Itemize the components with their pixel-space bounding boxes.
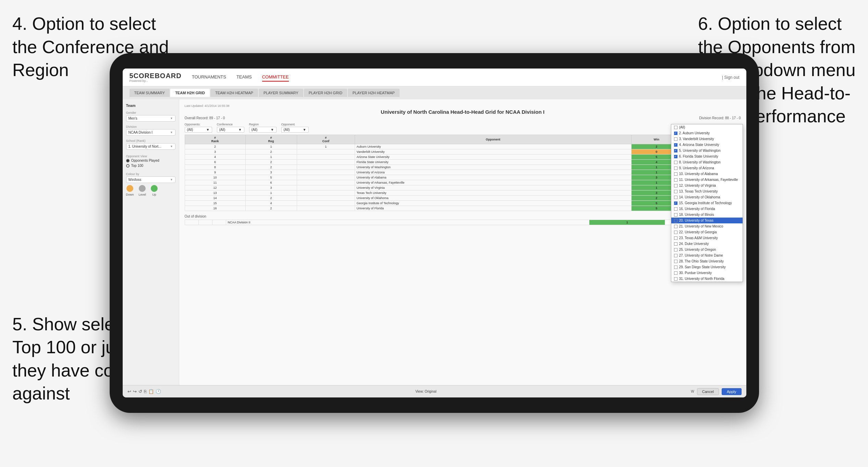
dropdown-item-label: 4. Arizona State University: [679, 143, 719, 147]
out-div-win: 1: [589, 220, 665, 225]
dropdown-item[interactable]: 28. The Ohio State University: [671, 258, 743, 264]
apply-button[interactable]: Apply: [722, 388, 742, 395]
dropdown-item[interactable]: 24. Duke University: [671, 241, 743, 247]
cell-conf: [297, 196, 355, 201]
dropdown-item[interactable]: 18. University of Illinois: [671, 212, 743, 218]
dropdown-item[interactable]: 25. University of Oregon: [671, 247, 743, 253]
dropdown-item-label: 30. Purdue University: [679, 271, 712, 275]
copy-icon[interactable]: ⎘: [144, 389, 147, 394]
sidebar: Team Gender Men's ▼ Division NCAA Divisi…: [123, 99, 179, 385]
colour-section: Colour by Win/loss ▼ Down Level: [126, 172, 175, 196]
dropdown-item[interactable]: 9. University of Arizona: [671, 165, 743, 171]
cell-conf: [297, 155, 355, 160]
cell-reg: 6: [245, 180, 297, 185]
dropdown-item[interactable]: 31. University of North Florida: [671, 276, 743, 282]
cell-opponent: University of Alabama: [355, 175, 631, 180]
dropdown-item[interactable]: 15. Georgia Institute of Technology: [671, 200, 743, 206]
reset-icon[interactable]: ↺: [138, 389, 142, 394]
cell-opponent: University of Oklahoma: [355, 196, 631, 201]
dropdown-item[interactable]: 13. Texas Tech University: [671, 188, 743, 194]
subnav-team-summary[interactable]: TEAM SUMMARY: [130, 89, 170, 97]
table-row: 6 2 Florida State University 4 2: [185, 160, 741, 165]
cell-opponent: Florida State University: [355, 160, 631, 165]
colour-dot-level: [139, 185, 146, 192]
dropdown-checkbox: [674, 155, 677, 158]
conference-select[interactable]: (All) ▼: [217, 127, 244, 133]
nav-committee[interactable]: COMMITTEE: [262, 73, 289, 82]
dropdown-item[interactable]: 21. University of New Mexico: [671, 223, 743, 229]
dropdown-item[interactable]: 22. University of Georgia: [671, 229, 743, 235]
opponent-select[interactable]: (All) ▼: [281, 127, 309, 133]
dropdown-item[interactable]: 14. University of Oklahoma: [671, 194, 743, 200]
gender-label: Gender: [126, 111, 175, 114]
table-row: 11 6 University of Arkansas, Fayettevill…: [185, 180, 741, 185]
cell-reg: 1: [245, 155, 297, 160]
sign-out[interactable]: | Sign out: [722, 75, 739, 80]
dropdown-item[interactable]: 20. University of Texas: [671, 218, 743, 223]
dropdown-item[interactable]: 23. Texas A&M University: [671, 235, 743, 241]
toolbar-icons: ↩ ↪ ↺ ⎘ 📋 🕐: [127, 389, 161, 394]
region-select[interactable]: (All) ▼: [249, 127, 277, 133]
dropdown-checkbox: [674, 231, 677, 234]
dropdown-item-label: 14. University of Oklahoma: [679, 195, 720, 199]
dropdown-item[interactable]: 2. Auburn University: [671, 130, 743, 136]
top-nav: 5COREBOARD Powered by... TOURNAMENTS TEA…: [123, 69, 746, 86]
colour-legend: Down Level Up: [126, 185, 175, 196]
subnav-team-h2h-heatmap[interactable]: TEAM H2H HEATMAP: [210, 89, 258, 97]
dropdown-item[interactable]: 8. University of Washington: [671, 159, 743, 165]
cell-opponent: University of Washington: [355, 165, 631, 170]
view-label: View: Original: [415, 390, 437, 393]
out-div-conf: [212, 220, 226, 225]
dropdown-item[interactable]: (All): [671, 124, 743, 130]
dropdown-checkbox: [674, 201, 677, 205]
gender-select[interactable]: Men's ▼: [126, 115, 175, 122]
clock-icon[interactable]: 🕐: [156, 389, 161, 394]
opponents-label: Opponents:: [185, 123, 212, 126]
dropdown-checkbox: [674, 161, 677, 164]
radio-opponents-played[interactable]: Opponents Played: [126, 159, 175, 162]
subnav-player-summary[interactable]: PLAYER SUMMARY: [259, 89, 303, 97]
logo-area: 5COREBOARD Powered by...: [130, 72, 182, 83]
opponents-select[interactable]: (All) ▼: [185, 127, 212, 133]
division-select[interactable]: NCAA Division I ▼: [126, 129, 175, 136]
logo-text: 5COREBOARD: [130, 72, 182, 80]
redo-icon[interactable]: ↪: [133, 389, 137, 394]
cancel-button[interactable]: Cancel: [697, 388, 719, 395]
dropdown-item[interactable]: 6. Florida State University: [671, 153, 743, 159]
dropdown-item[interactable]: 10. University of Alabama: [671, 171, 743, 177]
subnav-player-h2h-heatmap[interactable]: PLAYER H2H HEATMAP: [348, 89, 400, 97]
h2h-table: #Rank #Reg #Conf Opponent Win Loss 2 1 1…: [185, 135, 741, 211]
school-select[interactable]: 1. University of Nort... ▼: [126, 143, 175, 150]
subnav-team-h2h-grid[interactable]: TEAM H2H GRID: [170, 89, 210, 97]
subnav-player-h2h-grid[interactable]: PLAYER H2H GRID: [304, 89, 347, 97]
cell-conf: [297, 185, 355, 191]
dropdown-item[interactable]: 29. San Diego State University: [671, 264, 743, 270]
cell-conf: [297, 160, 355, 165]
dropdown-item[interactable]: 4. Arizona State University: [671, 142, 743, 148]
dropdown-item-label: 25. University of Oregon: [679, 248, 716, 251]
report-title: University of North Carolina Head-to-Hea…: [185, 109, 741, 115]
dropdown-item[interactable]: 27. University of Notre Dame: [671, 253, 743, 258]
dropdown-item-label: 5. University of Washington: [679, 149, 721, 152]
dropdown-item[interactable]: 16. University of Florida: [671, 206, 743, 212]
dropdown-item[interactable]: 5. University of Washington: [671, 148, 743, 153]
paste-icon[interactable]: 📋: [148, 389, 154, 394]
sub-nav: TEAM SUMMARY TEAM H2H GRID TEAM H2H HEAT…: [123, 86, 746, 99]
dropdown-item[interactable]: 3. Vanderbilt University: [671, 136, 743, 142]
colour-select[interactable]: Win/loss ▼: [126, 176, 175, 183]
radio-top100[interactable]: Top 100: [126, 164, 175, 168]
undo-icon[interactable]: ↩: [127, 389, 131, 394]
col-opponent: Opponent: [355, 135, 631, 144]
cell-reg: 2: [245, 196, 297, 201]
dropdown-item-label: 6. Florida State University: [679, 155, 719, 158]
dropdown-item[interactable]: 11. University of Arkansas, Fayetteville: [671, 177, 743, 183]
dropdown-item[interactable]: 30. Purdue University: [671, 270, 743, 276]
filter-row: Opponents: (All) ▼ Conference (All) ▼: [185, 123, 741, 133]
nav-teams[interactable]: TEAMS: [236, 73, 252, 82]
dropdown-item[interactable]: 12. University of Virginia: [671, 183, 743, 188]
nav-tournaments[interactable]: TOURNAMENTS: [192, 73, 226, 82]
cell-reg: 3: [245, 185, 297, 191]
sidebar-team-label: Team: [126, 103, 175, 108]
cell-rank: 2: [185, 144, 245, 149]
opponent-dropdown[interactable]: (All)2. Auburn University3. Vanderbilt U…: [671, 124, 743, 282]
